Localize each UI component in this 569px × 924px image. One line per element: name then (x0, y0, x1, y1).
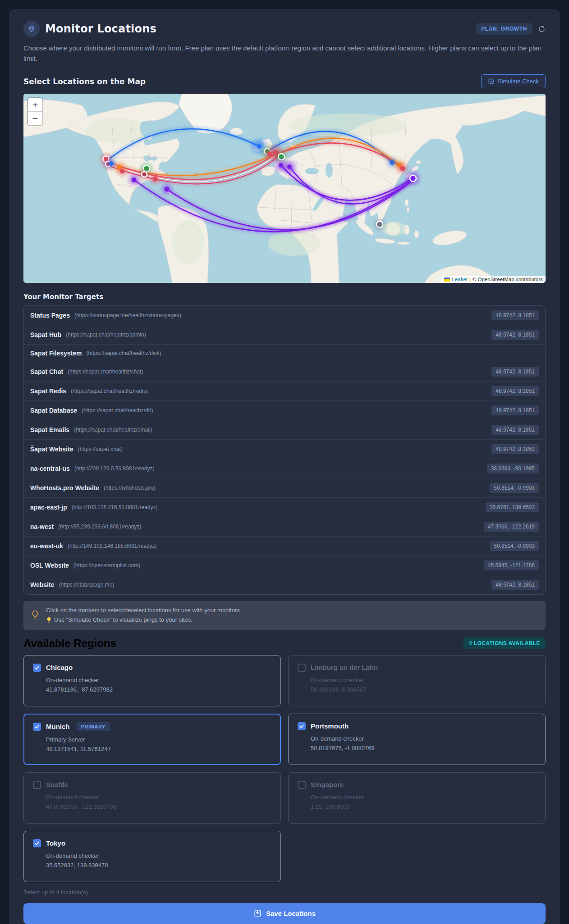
map-marker-us-purple-1[interactable] (132, 178, 137, 182)
target-name: Website (30, 581, 54, 588)
region-checkbox[interactable] (33, 664, 41, 672)
map-marker-seattle-blue[interactable] (109, 161, 114, 166)
map-marker-munich-green-ringed[interactable] (278, 154, 284, 160)
region-name: Portsmouth (311, 722, 349, 730)
refresh-icon[interactable] (538, 25, 546, 33)
target-coordinates-badge: 48.9742, 8.1851 (491, 444, 539, 454)
targets-heading: Your Monitor Targets (23, 293, 103, 301)
target-coordinates-badge: 48.9742, 8.1851 (491, 330, 539, 340)
target-url: (http://103.125.216.51:8081/readyz) (72, 504, 158, 510)
save-locations-button[interactable]: Save Locations (23, 903, 546, 924)
target-row: Sapat Emails (https://sapat.chat/healthz… (24, 420, 545, 440)
target-row: Sapat Hub (https://sapat.chat/healthz/ad… (24, 325, 545, 345)
page-description: Choose where your distributed monitors w… (23, 43, 546, 64)
locations-available-badge: 4 LOCATIONS AVAILABLE (463, 637, 546, 649)
map-marker-us-red-1[interactable] (120, 169, 124, 173)
region-card-tokyo[interactable]: Tokyo On-demand checker 35.652832, 139.8… (23, 831, 281, 882)
map-attribution: Leaflet | © OpenStreetMap contributors (441, 276, 546, 283)
target-row: Šapat Website (https://sapat.chat) 48.97… (24, 440, 545, 459)
zoom-in-button[interactable]: + (28, 98, 42, 112)
target-row: Status Pages (https://statuspage.me/heal… (24, 306, 545, 325)
map-marker-us-purple-2[interactable] (165, 187, 170, 192)
target-coordinates-badge: 48.9742, 8.1851 (491, 310, 539, 320)
target-coordinates-badge: 38.6364, -90.1985 (487, 464, 539, 473)
monitor-locations-panel: Monitor Locations PLAN: GROWTH Choose wh… (9, 9, 560, 924)
checkmark-icon (34, 724, 40, 729)
region-card-portsmouth[interactable]: Portsmouth On-demand checker 50.8197675,… (288, 714, 546, 765)
region-card-munich[interactable]: Munich PRIMARY Primary Server 48.1371541… (23, 714, 281, 765)
region-card-limburg-an-der-lahn[interactable]: Limburg an der Lahn On-demand checker 50… (288, 655, 546, 706)
target-url: (http://149.102.146.185:8081/readyz) (68, 543, 156, 549)
target-coordinates-badge: 45.5945, -121.1786 (484, 560, 539, 570)
target-url: (http://85.239.233.60:8081/readyz) (58, 523, 141, 530)
tip-line-1: Click on the markers to select/deselect … (46, 606, 242, 615)
region-checkbox[interactable] (298, 664, 306, 672)
world-map[interactable]: + − Leaflet | © OpenStreetMap contributo… (23, 94, 546, 283)
region-type: Primary Server (46, 736, 271, 743)
target-name: Sapat Emails (30, 426, 69, 433)
leaflet-link[interactable]: Leaflet (452, 277, 468, 282)
target-row: WhoHosts.pro Website (https://whohosts.p… (24, 478, 545, 498)
target-url: (https://sapat.chat) (78, 446, 122, 452)
map-marker-singapore-gray-ringed[interactable] (376, 221, 383, 228)
lightbulb-outline-icon (31, 610, 40, 621)
target-row: eu-west-uk (http://149.102.146.185:8081/… (24, 537, 545, 556)
regions-grid: Chicago On-demand checker 41.8781136, -8… (23, 655, 546, 882)
region-type: On-demand checker (311, 735, 536, 742)
target-url: (https://sapat.chat/healthz/chat) (68, 369, 143, 375)
target-name: Sapat Database (30, 407, 77, 414)
map-marker-tokyo-purple-ringed[interactable] (410, 175, 416, 182)
target-url: (https://sapat.chat/healthz/db) (82, 407, 153, 414)
region-checkbox[interactable] (33, 723, 41, 731)
map-marker-asia-red[interactable] (400, 166, 405, 171)
target-row: apac-east-jp (http://103.125.216.51:8081… (24, 498, 545, 517)
region-name: Chicago (46, 664, 73, 671)
target-name: apac-east-jp (30, 504, 67, 511)
map-marker-uk-blue[interactable] (257, 144, 262, 149)
monitor-targets-list: Status Pages (https://statuspage.me/heal… (23, 305, 546, 595)
region-type: On-demand checker (46, 794, 271, 801)
target-name: Šapat Website (30, 446, 73, 453)
region-type: On-demand checker (311, 794, 536, 801)
region-checkbox[interactable] (33, 839, 41, 847)
target-url: (https://sapat.chat/healthz/disk) (86, 350, 161, 356)
region-name: Seattle (46, 781, 68, 788)
selection-limit-note: Select up to 4 location(s). (23, 889, 546, 896)
target-row: Sapat Filesystem (https://sapat.chat/hea… (24, 345, 545, 362)
region-card-chicago[interactable]: Chicago On-demand checker 41.8781136, -8… (23, 655, 281, 706)
region-coordinates: 1.29, 103.8503 (311, 803, 536, 810)
map-marker-eu-purple-2[interactable] (287, 164, 292, 169)
target-url: (https://sapat.chat/healthz/email) (74, 427, 152, 433)
target-url: (https://statuspage.me/healthz/status-pa… (74, 312, 181, 319)
region-coordinates: 50.383333, 8.066667 (311, 686, 536, 693)
target-name: Sapat Hub (30, 331, 61, 338)
map-marker-asia-blue[interactable] (390, 160, 395, 165)
region-coordinates: 50.8197675, -1.0880769 (311, 745, 536, 751)
region-card-seattle[interactable]: Seattle On-demand checker 47.6062095, -1… (23, 772, 281, 824)
target-url: (https://openstartuplist.com) (73, 562, 140, 569)
target-coordinates-badge: 48.9742, 8.1851 (491, 425, 539, 435)
target-coordinates-badge: 48.9742, 8.1851 (491, 580, 539, 590)
region-coordinates: 35.652832, 139.839478 (46, 862, 271, 869)
region-checkbox[interactable] (298, 781, 306, 789)
map-marker-chicago-maroon-ringed[interactable] (142, 172, 147, 177)
region-name: Munich (46, 723, 70, 730)
target-row: Sapat Redis (https://sapat.chat/healthz/… (24, 382, 545, 401)
zoom-out-button[interactable]: − (28, 112, 42, 125)
map-marker-us-gulf-red[interactable] (153, 177, 158, 182)
target-row: na-west (http://85.239.233.60:8081/ready… (24, 517, 545, 537)
target-name: eu-west-uk (30, 542, 63, 550)
target-row: Website (https://statuspage.me) 48.9742,… (24, 575, 545, 594)
region-type: On-demand checker (46, 677, 271, 683)
bulb-emoji-icon (46, 617, 52, 624)
checkmark-icon (34, 841, 40, 846)
target-name: WhoHosts.pro Website (30, 484, 99, 492)
region-checkbox[interactable] (298, 722, 306, 730)
region-type: On-demand checker (311, 677, 536, 683)
simulate-check-button[interactable]: Simulate Check (481, 74, 546, 88)
map-marker-eu-purple-1[interactable] (279, 163, 283, 168)
region-checkbox[interactable] (33, 781, 41, 789)
region-card-singapore[interactable]: Singapore On-demand checker 1.29, 103.85… (288, 772, 546, 824)
tip-box: Click on the markers to select/deselect … (23, 601, 546, 630)
target-name: na-west (30, 523, 54, 530)
